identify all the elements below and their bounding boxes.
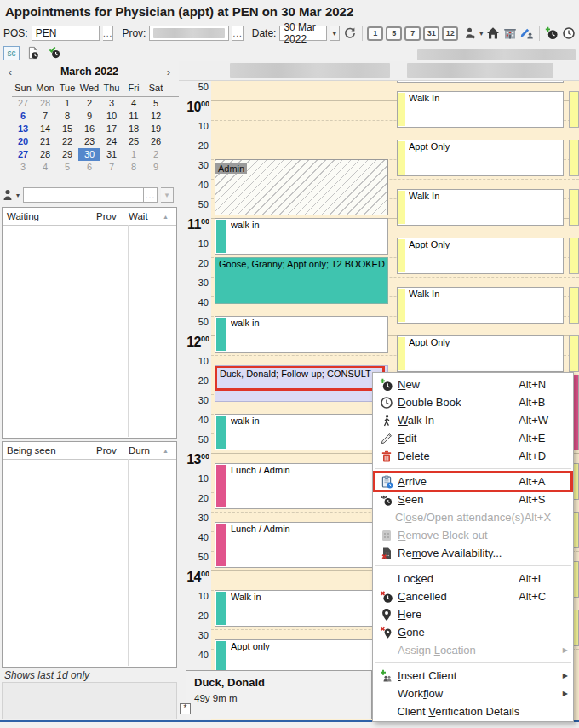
calendar-day[interactable]: 19 [145,123,167,135]
calendar-day[interactable]: 9 [145,161,167,174]
menu-item-cancelled[interactable]: CancelledAlt+C [373,588,573,605]
appointment-block[interactable]: Lunch / Admin [215,522,388,569]
menu-item-double-book[interactable]: Double BookAlt+B [373,393,573,411]
appointment-block[interactable]: Appt Only [397,335,564,372]
calendar-day[interactable]: 1 [123,148,145,161]
appointment-block[interactable]: Walk In [397,287,564,324]
person-dropdown-caret[interactable]: ▾ [479,30,483,37]
view-button-5[interactable]: 5 [386,26,402,41]
appointment-block[interactable] [569,91,579,128]
appointment-block[interactable]: Appt Only [397,238,564,274]
new-appointment-icon[interactable] [545,25,559,42]
calendar-day[interactable]: 16 [78,123,100,135]
durn-column-header[interactable]: Durn [129,445,163,456]
calendar-day-selected[interactable]: 30 [78,148,100,161]
menu-item-insert-client[interactable]: Insert Client▶ [373,667,573,685]
waiting-column-header[interactable]: Waiting [3,211,96,221]
wait-column-header[interactable]: Wait [129,211,163,221]
calendar-day[interactable]: 5 [56,161,78,174]
calendar-day[interactable]: 7 [100,161,123,174]
client-search-browse-button[interactable]: ... [144,187,158,203]
calendar-day[interactable]: 2 [145,148,167,161]
calendar-day[interactable]: 27 [12,97,34,110]
menu-item-workflow[interactable]: Workflow▶ [373,685,573,702]
view-button-31[interactable]: 31 [423,26,439,41]
prov-browse-button[interactable]: ... [232,26,243,41]
calendar-day[interactable]: 3 [12,161,34,174]
calendar-day[interactable]: 25 [123,135,145,148]
menu-item-locked[interactable]: LockedAlt+L [373,570,573,588]
provider-select-group[interactable]: ▾ [461,25,483,42]
calendar-day[interactable]: 28 [34,97,56,110]
check-clock-icon[interactable] [47,44,64,61]
appointment-block[interactable]: Walk In [397,91,564,128]
calendar-day[interactable]: 1 [56,97,78,110]
edit-availability-icon[interactable] [520,25,534,42]
blockout-block[interactable]: Admin [215,159,388,215]
calendar-day[interactable]: 31 [100,148,123,161]
appointment-block[interactable]: Lunch / Admin [215,463,388,510]
view-button-1[interactable]: 1 [367,26,383,41]
menu-item-delete[interactable]: DeleteAlt+D [373,447,573,465]
appointment-block[interactable] [569,287,579,324]
prov-column-header[interactable]: Prov [96,211,129,221]
person-caret[interactable]: ▾ [16,192,20,199]
calendar-day[interactable]: 2 [78,97,100,110]
calendar-day[interactable]: 5 [145,97,167,110]
calendar-day[interactable]: 18 [123,123,145,135]
appointment-block[interactable] [569,238,579,274]
doc-clock-icon[interactable] [25,44,42,61]
calendar-day[interactable]: 9 [78,110,100,123]
refresh-icon[interactable] [343,25,357,42]
calendar-day[interactable]: 8 [123,161,145,174]
date-dropdown-button[interactable]: ▾ [330,26,340,41]
calendar-day[interactable]: 22 [56,135,78,148]
sort-asc-icon[interactable]: ▲ [163,448,176,454]
calendar-day[interactable]: 7 [34,110,56,123]
calendar-day[interactable]: 26 [145,135,167,148]
being-seen-column-header[interactable]: Being seen [3,445,96,456]
calendar-day[interactable]: 12 [145,110,167,123]
menu-item-seen[interactable]: SeenAlt+S [373,490,573,508]
expand-button[interactable]: * [180,703,191,714]
menu-item-client-verification-details[interactable]: Client Verification Details [373,702,573,720]
calendar-day[interactable]: 27 [12,148,34,161]
appointment-block[interactable]: Duck, Donald; Follow-up; CONSULT [215,365,388,402]
appointment-block[interactable]: walk in [215,414,388,450]
calendar-day[interactable]: 4 [34,161,56,174]
calendar-day[interactable]: 29 [56,148,78,161]
menu-item-gone[interactable]: Gone [373,623,573,641]
appointment-block[interactable] [569,189,579,226]
calendar-day[interactable]: 8 [56,110,78,123]
calendar-day[interactable]: 28 [34,148,56,161]
calendar-day[interactable]: 21 [34,135,56,148]
appointment-block[interactable]: Goose, Granny; Appt only; T2 BOOKED [215,257,388,304]
sort-asc-icon[interactable]: ▲ [163,214,176,220]
appointment-block[interactable]: Walk In [397,189,564,226]
calendar-prev-button[interactable]: ‹ [0,66,20,78]
calendar-day[interactable]: 4 [123,97,145,110]
calendar-day[interactable]: 6 [78,161,100,174]
calendar-day[interactable]: 10 [100,110,123,123]
calendar-day[interactable]: 6 [12,110,34,123]
menu-item-here[interactable]: Here [373,605,573,623]
pos-field[interactable]: PEN [32,26,100,41]
menu-item-edit[interactable]: EditAlt+E [373,429,573,447]
client-search-input[interactable] [23,187,144,203]
view-button-12[interactable]: 12 [442,26,458,41]
home-icon[interactable] [486,25,500,42]
calendar-day[interactable]: 11 [123,110,145,123]
appointment-block[interactable]: Walk in [215,590,388,627]
calendar-day[interactable]: 15 [56,123,78,135]
view-button-7[interactable]: 7 [404,26,421,41]
appointment-block[interactable] [397,81,564,83]
calendar-day[interactable]: 24 [100,135,123,148]
appointment-block[interactable]: walk in [215,218,388,255]
prov-field[interactable] [149,26,229,41]
menu-item-new[interactable]: NewAlt+N [373,375,573,393]
menu-item-walk-in[interactable]: Walk InAlt+W [373,411,573,429]
calendar-day[interactable]: 23 [78,135,100,148]
pos-browse-button[interactable]: ... [103,26,113,41]
appointment-block[interactable]: Appt Only [397,140,564,176]
appointment-block[interactable] [569,335,579,372]
